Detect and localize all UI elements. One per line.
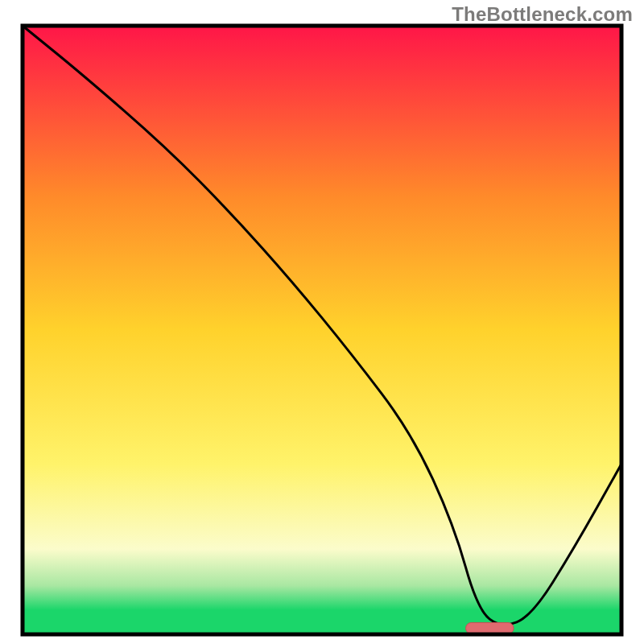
- plot-background: [23, 26, 621, 634]
- chart-stage: TheBottleneck.com: [0, 0, 644, 644]
- bottleneck-chart: [0, 0, 644, 644]
- optimal-range-marker: [466, 622, 514, 634]
